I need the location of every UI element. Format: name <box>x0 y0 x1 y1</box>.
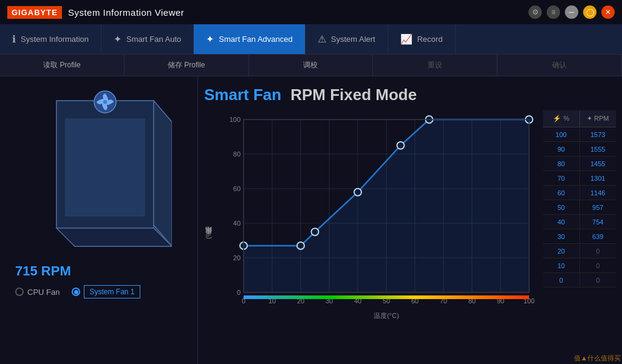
cpu-fan-radio-circle <box>15 288 24 296</box>
smart-fan-auto-icon: ✦ <box>114 33 121 45</box>
rpm-cell-rpm: 0 <box>580 258 617 272</box>
rpm-table-header: ⚡ % ✦ RPM <box>543 110 616 127</box>
table-row: 30639 <box>543 229 616 244</box>
system-fan-1-radio[interactable]: System Fan 1 <box>72 285 140 298</box>
tab-smart-fan-advanced-label: Smart Fan Advanced <box>219 35 292 44</box>
chart-area: 风扇工作比率(%) ⚡ % ✦ RPM 10015739015558014557… <box>204 110 616 358</box>
y-axis-label: 风扇工作比率(%) <box>204 229 213 239</box>
app-title: System Information Viewer <box>68 7 184 18</box>
tab-system-information-label: System Information <box>21 35 89 44</box>
rpm-cell-pct: 100 <box>543 127 580 141</box>
tab-smart-fan-auto[interactable]: ✦ Smart Fan Auto <box>101 24 194 54</box>
chart-inner <box>216 110 538 358</box>
rpm-cell-pct: 20 <box>543 244 580 258</box>
tab-record[interactable]: 📈 Record <box>388 24 456 54</box>
table-row: 40754 <box>543 215 616 229</box>
record-icon: 📈 <box>400 33 412 45</box>
titlebar-left: GIGABYTE System Information Viewer <box>7 6 184 19</box>
titlebar: GIGABYTE System Information Viewer ⚙ ≡ ─… <box>0 0 622 24</box>
rpm-cell-pct: 50 <box>543 200 580 214</box>
rpm-cell-rpm: 639 <box>580 229 617 243</box>
system-alert-icon: ⚠ <box>318 33 326 45</box>
rpm-cell-pct: 10 <box>543 258 580 272</box>
rpm-cell-rpm: 0 <box>580 273 617 287</box>
rpm-cell-pct: 0 <box>543 273 580 287</box>
main-content: 715 RPM CPU Fan System Fan 1 Smart Fan R… <box>0 76 622 364</box>
nav-tabs: ℹ System Information ✦ Smart Fan Auto ✦ … <box>0 24 622 55</box>
system-info-icon: ℹ <box>12 33 16 45</box>
rpm-rows: 1001573901555801455701301601146509574075… <box>543 127 616 288</box>
rpm-table: ⚡ % ✦ RPM 100157390155580145570130160114… <box>543 110 616 358</box>
close-button[interactable]: ✕ <box>601 5 615 19</box>
tab-record-label: Record <box>417 35 443 44</box>
rpm-cell-pct: 60 <box>543 186 580 200</box>
gigabyte-logo: GIGABYTE <box>7 6 62 19</box>
maximize-button[interactable]: ◯ <box>583 5 596 19</box>
rpm-cell-rpm: 1555 <box>580 142 617 156</box>
table-row: 50957 <box>543 200 616 215</box>
rpm-col-pct-header: ⚡ % <box>543 110 580 127</box>
tab-system-alert-label: System Alert <box>331 35 375 44</box>
titlebar-controls: ⚙ ≡ ─ ◯ ✕ <box>528 5 615 19</box>
rpm-cell-rpm: 1146 <box>580 186 617 200</box>
svg-marker-3 <box>56 228 172 246</box>
system-fan-1-radio-inner <box>74 290 78 294</box>
toolbar: 读取 Profile 储存 Profile 调校 重设 确认 <box>0 55 622 76</box>
tab-system-information[interactable]: ℹ System Information <box>0 24 101 54</box>
pc-case-illustration <box>26 89 172 258</box>
calibrate-button[interactable]: 调校 <box>249 55 374 76</box>
smart-fan-advanced-icon: ✦ <box>206 33 214 45</box>
system-fan-1-label: System Fan 1 <box>84 285 140 298</box>
left-panel: 715 RPM CPU Fan System Fan 1 <box>0 76 198 364</box>
table-row: 100 <box>543 258 616 273</box>
confirm-button[interactable]: 确认 <box>497 55 622 76</box>
table-row: 701301 <box>543 171 616 186</box>
rpm-cell-pct: 90 <box>543 142 580 156</box>
chart-container: 风扇工作比率(%) <box>204 110 538 358</box>
tab-system-alert[interactable]: ⚠ System Alert <box>306 24 388 54</box>
settings-button[interactable]: ⚙ <box>528 5 542 19</box>
rpm-cell-rpm: 957 <box>580 200 617 214</box>
rpm-cell-rpm: 1301 <box>580 171 617 185</box>
svg-rect-4 <box>66 119 145 216</box>
save-profile-button[interactable]: 储存 Profile <box>125 55 249 76</box>
chart-title-smart: Smart Fan <box>204 86 281 104</box>
rpm-cell-pct: 80 <box>543 157 580 170</box>
rpm-cell-pct: 30 <box>543 229 580 243</box>
minimize-button[interactable]: ─ <box>565 5 578 19</box>
rpm-cell-rpm: 1455 <box>580 157 617 170</box>
system-fan-1-radio-circle <box>72 288 80 296</box>
table-row: 200 <box>543 244 616 258</box>
reset-button[interactable]: 重设 <box>373 55 497 76</box>
tab-smart-fan-advanced[interactable]: ✦ Smart Fan Advanced <box>194 24 305 54</box>
rpm-cell-pct: 40 <box>543 215 580 229</box>
rpm-cell-pct: 70 <box>543 171 580 185</box>
fan-chart-canvas[interactable] <box>216 110 538 323</box>
chart-title: Smart Fan RPM Fixed Mode <box>204 86 616 104</box>
rpm-col-rpm-header: ✦ RPM <box>580 110 617 127</box>
svg-point-6 <box>103 99 108 104</box>
chart-title-mode: RPM Fixed Mode <box>290 86 417 104</box>
rpm-cell-rpm: 1573 <box>580 127 617 141</box>
chart-panel: Smart Fan RPM Fixed Mode 风扇工作比率(%) ⚡ % ✦… <box>198 76 622 364</box>
list-button[interactable]: ≡ <box>547 5 560 19</box>
tab-smart-fan-auto-label: Smart Fan Auto <box>126 35 181 44</box>
table-row: 801455 <box>543 157 616 171</box>
svg-marker-2 <box>154 101 172 246</box>
watermark: 值▲什么值得买 <box>574 354 621 363</box>
load-profile-button[interactable]: 读取 Profile <box>0 55 125 76</box>
rpm-cell-rpm: 754 <box>580 215 617 229</box>
rpm-cell-rpm: 0 <box>580 244 617 258</box>
table-row: 1001573 <box>543 127 616 142</box>
table-row: 00 <box>543 273 616 288</box>
table-row: 601146 <box>543 186 616 200</box>
cpu-fan-label: CPU Fan <box>27 288 60 297</box>
table-row: 901555 <box>543 142 616 157</box>
fan-selector: CPU Fan System Fan 1 <box>9 285 140 298</box>
rpm-display: 715 RPM <box>9 263 71 279</box>
cpu-fan-radio[interactable]: CPU Fan <box>15 288 60 297</box>
